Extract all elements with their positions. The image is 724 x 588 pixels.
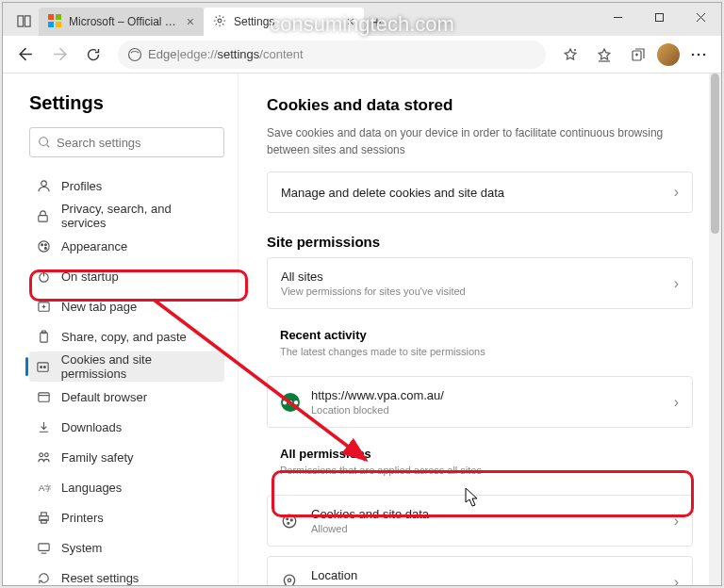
svg-point-57 — [288, 579, 290, 581]
subsection-heading: Recent activity — [280, 328, 680, 342]
profile-avatar[interactable] — [657, 43, 680, 66]
maximize-button[interactable] — [638, 3, 680, 31]
svg-line-22 — [47, 145, 50, 148]
sidebar-item-printers[interactable]: Printers — [29, 502, 224, 532]
all-sites-card[interactable]: All sites View permissions for sites you… — [267, 257, 693, 309]
address-proto: Edge — [148, 47, 176, 61]
power-icon — [35, 270, 52, 284]
svg-point-11 — [129, 48, 141, 60]
newtab-icon — [35, 300, 52, 314]
svg-rect-1 — [25, 15, 30, 25]
gear-icon — [213, 14, 228, 29]
address-bar[interactable]: Edge | edge:// settings /content — [118, 41, 546, 69]
settings-sidebar: Settings Profiles Privacy, search, and s… — [3, 74, 239, 585]
cookie-icon — [281, 513, 300, 530]
browser-icon — [35, 390, 52, 404]
sidebar-item-profiles[interactable]: Profiles — [29, 171, 224, 201]
svg-point-41 — [39, 452, 42, 456]
title-bar: Microsoft – Official Home Page × Setting… — [3, 3, 721, 36]
close-window-button[interactable] — [680, 3, 721, 31]
sidebar-item-cookies[interactable]: Cookies and site permissions — [29, 351, 224, 382]
collections-button[interactable] — [623, 40, 653, 70]
svg-rect-46 — [41, 512, 46, 515]
perm-location-card[interactable]: Location Ask first › — [267, 556, 693, 585]
svg-rect-0 — [17, 15, 23, 25]
sidebar-item-family[interactable]: Family safety — [29, 442, 224, 472]
svg-point-6 — [218, 19, 222, 23]
svg-point-54 — [287, 517, 288, 519]
edge-icon — [127, 47, 142, 62]
svg-point-20 — [703, 53, 706, 56]
cookie-icon — [35, 360, 52, 374]
svg-point-56 — [288, 522, 289, 524]
svg-point-26 — [41, 243, 42, 245]
svg-point-53 — [283, 514, 296, 528]
main-content: Cookies and data stored Save cookies and… — [239, 74, 721, 585]
language-icon: A字 — [35, 481, 52, 495]
close-icon[interactable]: × — [187, 15, 194, 28]
sidebar-item-reset[interactable]: Reset settings — [29, 563, 224, 586]
svg-point-19 — [698, 53, 700, 56]
more-button[interactable] — [683, 40, 714, 70]
scrollbar-thumb[interactable] — [711, 74, 719, 234]
favorites-button[interactable] — [589, 40, 619, 70]
download-icon — [35, 420, 52, 434]
scrollbar[interactable] — [709, 74, 721, 585]
tab-title: Settings — [234, 15, 341, 28]
svg-point-42 — [44, 452, 48, 456]
favorite-button[interactable] — [555, 40, 585, 70]
clipboard-icon — [35, 330, 52, 344]
svg-rect-4 — [48, 22, 54, 27]
chevron-right-icon: › — [674, 574, 679, 586]
svg-rect-36 — [38, 362, 48, 370]
sidebar-item-newtab[interactable]: New tab page — [29, 291, 224, 321]
new-tab-button[interactable]: + — [364, 9, 390, 36]
section-heading: Cookies and data stored — [267, 96, 693, 115]
site-favicon: ●●● — [281, 393, 300, 412]
svg-rect-8 — [655, 13, 663, 21]
svg-point-27 — [44, 243, 46, 245]
refresh-button[interactable] — [78, 40, 108, 70]
system-icon — [35, 541, 52, 555]
svg-point-55 — [290, 518, 292, 520]
manage-cookies-card[interactable]: Manage and delete cookies and site data … — [267, 172, 693, 213]
chevron-right-icon: › — [674, 184, 679, 201]
sidebar-item-share[interactable]: Share, copy, and paste — [29, 321, 224, 351]
tab-actions-button[interactable] — [8, 6, 39, 36]
svg-rect-2 — [48, 14, 54, 20]
sidebar-item-default-browser[interactable]: Default browser — [29, 382, 224, 412]
sidebar-item-startup[interactable]: On startup — [29, 261, 224, 291]
svg-rect-48 — [38, 543, 48, 550]
cursor-icon — [465, 487, 482, 508]
tab-microsoft[interactable]: Microsoft – Official Home Page × — [39, 8, 204, 36]
sidebar-heading: Settings — [29, 92, 224, 114]
sidebar-item-languages[interactable]: A字Languages — [29, 472, 224, 502]
svg-rect-34 — [40, 332, 47, 341]
sidebar-item-privacy[interactable]: Privacy, search, and services — [29, 201, 224, 231]
lock-icon — [35, 209, 52, 223]
sidebar-item-appearance[interactable]: Appearance — [29, 231, 224, 261]
svg-point-23 — [41, 180, 46, 186]
svg-point-38 — [44, 366, 46, 368]
section-description: Save cookies and data on your device in … — [267, 124, 693, 158]
sidebar-item-system[interactable]: System — [29, 532, 224, 563]
close-icon[interactable]: × — [347, 15, 354, 28]
svg-rect-24 — [39, 215, 47, 221]
svg-point-37 — [41, 366, 42, 368]
search-input-field[interactable] — [57, 136, 216, 150]
chevron-right-icon: › — [674, 394, 679, 411]
section-heading: Site permissions — [267, 234, 693, 250]
subsection-description: Permissions that are applied across all … — [280, 465, 680, 476]
forward-button[interactable] — [44, 40, 74, 70]
chevron-right-icon: › — [674, 513, 679, 530]
subsection-heading: All permissions — [280, 447, 680, 461]
tab-settings[interactable]: Settings × — [204, 8, 364, 36]
search-settings-input[interactable] — [29, 127, 224, 157]
recent-site-card[interactable]: ●●● https://www.vpa.com.au/ Location blo… — [267, 376, 693, 428]
svg-rect-5 — [56, 22, 61, 27]
back-button[interactable] — [10, 40, 41, 70]
minimize-button[interactable] — [597, 3, 638, 31]
svg-point-18 — [692, 53, 695, 56]
sidebar-item-downloads[interactable]: Downloads — [29, 412, 224, 442]
toolbar: Edge | edge:// settings /content — [3, 36, 721, 74]
